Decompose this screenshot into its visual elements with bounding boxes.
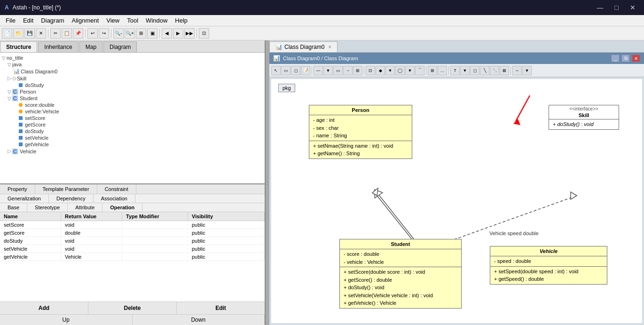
tool-extra12[interactable]: ◻ [470, 66, 479, 75]
tree-item-student[interactable]: ▽ C Student [2, 95, 263, 102]
tree-item-vehicle-field[interactable]: vehicle:Vehicle [2, 108, 263, 115]
diagram-minimize-btn[interactable]: _ [611, 55, 620, 62]
class-vehicle[interactable]: Vehicle - speed : double + setSpeed(doub… [490, 246, 607, 285]
edit-button[interactable]: Edit [177, 302, 265, 314]
zoom-in-btn[interactable]: 🔍+ [125, 28, 135, 39]
new-btn[interactable]: 📄 [2, 28, 12, 39]
line-tool[interactable]: — [314, 66, 323, 75]
tab-attribute[interactable]: Attribute [68, 203, 102, 212]
diagram-tab-close[interactable]: × [328, 44, 331, 50]
menu-alignment[interactable]: Alignment [68, 16, 102, 25]
input-return-1[interactable] [65, 230, 118, 236]
tool-extra10[interactable]: … [438, 66, 447, 75]
tool-extra17[interactable]: ▼ [522, 66, 532, 75]
table-row[interactable]: getVehicle public [0, 253, 265, 261]
tree-item-person[interactable]: ▽ C Person [2, 88, 263, 95]
text-tool[interactable]: ▭ [333, 66, 343, 75]
menu-help[interactable]: Help [171, 16, 191, 25]
tree-panel[interactable]: ▽ no_title ▽ java 📊 Class Diagram0 [0, 53, 265, 184]
maximize-button[interactable]: □ [611, 3, 622, 12]
tool-extra6[interactable]: ◯ [395, 66, 405, 75]
tool-extra5[interactable]: ▼ [385, 66, 395, 75]
tool-extra2[interactable]: ⊞ [353, 66, 362, 75]
menu-diagram[interactable]: Diagram [37, 16, 68, 25]
tab-template[interactable]: Template Parameter [35, 184, 97, 194]
input-return-3[interactable] [65, 246, 118, 252]
menu-edit[interactable]: Edit [19, 16, 37, 25]
tree-item-skill[interactable]: ▷ ◇ Skill [2, 75, 263, 82]
class-person[interactable]: Person - age : int - sex : char - name :… [309, 105, 412, 159]
tree-item-no-title[interactable]: ▽ no_title [2, 55, 263, 61]
round-tool[interactable]: ◻ [291, 66, 300, 75]
rect-tool[interactable]: ▭ [281, 66, 291, 75]
zoom-fit-btn[interactable]: ⊞ [136, 28, 146, 39]
menu-file[interactable]: File [2, 16, 19, 25]
tree-item-setvehicle[interactable]: setVehicle [2, 135, 263, 141]
table-row[interactable]: getScore public [0, 229, 265, 237]
input-return-4[interactable] [65, 254, 118, 260]
tree-item-score[interactable]: score:double [2, 102, 263, 108]
tree-item-java[interactable]: ▽ java [2, 61, 263, 68]
tool-extra4[interactable]: ◆ [376, 66, 385, 75]
arrow-tool[interactable]: ▼ [323, 66, 333, 75]
tab-inheritance[interactable]: Inheritance [38, 41, 78, 52]
tool-extra3[interactable]: ⊡ [366, 66, 375, 75]
table-row[interactable]: setVehicle public [0, 245, 265, 253]
diagram-restore-btn[interactable]: ⧉ [621, 55, 630, 62]
open-btn[interactable]: 📁 [13, 28, 24, 39]
tool-extra15[interactable]: ⊠ [500, 66, 509, 75]
text-btn[interactable]: T [450, 66, 460, 75]
panel-splitter[interactable]: ⋮ [266, 40, 269, 325]
tab-association[interactable]: Association [94, 194, 135, 203]
tool-extra13[interactable]: ╲ [480, 66, 489, 75]
redo-btn[interactable]: ↪ [99, 28, 109, 39]
down-button[interactable]: Down [133, 315, 265, 325]
tree-item-vehicle-class[interactable]: ▷ C Vehicle [2, 148, 263, 155]
tool-extra1[interactable]: → [343, 66, 353, 75]
table-row[interactable]: doStudy public [0, 237, 265, 245]
nav-fwd-btn[interactable]: ▶ [173, 28, 183, 39]
class-skill[interactable]: <<interface>> Skill + doStudy() : void [549, 105, 619, 130]
copy-btn[interactable]: 📋 [62, 28, 72, 39]
tab-constraint[interactable]: Constraint [97, 184, 136, 194]
tool-extra7[interactable]: ▼ [405, 66, 415, 75]
nav-back-btn[interactable]: ◀ [162, 28, 172, 39]
tab-operation[interactable]: Operation [102, 203, 142, 212]
table-row[interactable]: setScore public [0, 221, 265, 229]
tab-diagram[interactable]: Diagram [103, 41, 137, 52]
tab-base[interactable]: Base [0, 203, 27, 212]
input-return-2[interactable] [65, 238, 118, 244]
diagram-close-btn[interactable]: ✕ [632, 55, 640, 62]
note-tool[interactable]: 📝 [301, 66, 310, 75]
tab-stereotype[interactable]: Stereotype [27, 203, 68, 212]
close-button[interactable]: ✕ [626, 3, 639, 12]
tool-extra11[interactable]: ▼ [460, 66, 470, 75]
tree-item-dostudy[interactable]: doStudy [2, 128, 263, 135]
paste-btn[interactable]: 📌 [73, 28, 83, 39]
menu-tool[interactable]: Tool [123, 16, 142, 25]
save-btn[interactable]: 💾 [24, 28, 35, 39]
tree-item-dostudy-skill[interactable]: doStudy [2, 82, 263, 88]
tree-item-getscore[interactable]: getScore [2, 121, 263, 128]
input-return-0[interactable] [65, 222, 118, 228]
delete-button[interactable]: Delete [88, 302, 177, 314]
diagram-canvas[interactable]: pkg Person - age : int - sex : char - na… [271, 79, 642, 323]
tool-extra8[interactable]: ⌒ [415, 66, 424, 75]
tree-item-getvehicle[interactable]: getVehicle [2, 141, 263, 148]
up-button[interactable]: Up [0, 315, 133, 325]
zoom-out-btn[interactable]: 🔍- [113, 28, 124, 39]
nav-fwd2-btn[interactable]: ▶▶ [184, 28, 195, 39]
tree-item-classdiagram0[interactable]: 📊 Class Diagram0 [2, 68, 263, 75]
tab-generalization[interactable]: Generalization [0, 194, 49, 203]
undo-btn[interactable]: ↩ [87, 28, 98, 39]
close-file-btn[interactable]: ✕ [36, 28, 46, 39]
menu-window[interactable]: Window [142, 16, 171, 25]
tab-structure[interactable]: Structure [0, 41, 37, 52]
tool-extra14[interactable]: ⋱ [490, 66, 499, 75]
tab-map[interactable]: Map [79, 41, 102, 52]
minimize-button[interactable]: — [593, 3, 607, 12]
diagram-tab-0[interactable]: 📊 Class Diagram0 × [269, 41, 338, 52]
add-button[interactable]: Add [0, 302, 88, 314]
tool-extra16[interactable]: ↔ [512, 66, 522, 75]
tool-extra9[interactable]: ⊞ [428, 66, 437, 75]
